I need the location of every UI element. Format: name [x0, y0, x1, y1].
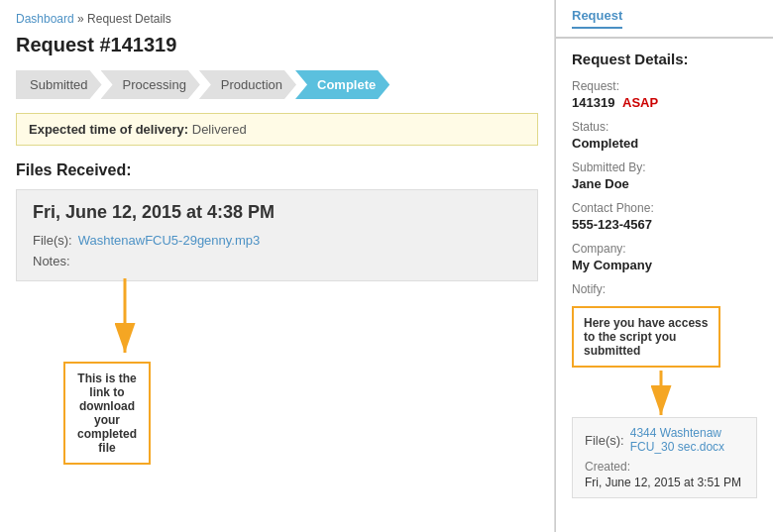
detail-phone-label: Contact Phone: [572, 201, 757, 215]
sidebar: Request Request Details: Request: 141319… [555, 0, 773, 532]
sidebar-tab-bar: Request [556, 0, 773, 39]
detail-company: Company: My Company [572, 242, 757, 272]
progress-bar: Submitted Processing Production Complete [16, 70, 538, 99]
step-submitted: Submitted [16, 70, 102, 99]
sidebar-section-title: Request Details: [572, 51, 757, 67]
file-block: Fri, June 12, 2015 at 4:38 PM File(s): W… [16, 189, 538, 281]
request-number: 141319 [572, 95, 614, 110]
script-created-value: Fri, June 12, 2015 at 3:51 PM [585, 476, 744, 489]
callout-right-text: Here you have access to the script you s… [572, 306, 720, 368]
step-label-complete: Complete [295, 70, 389, 99]
file-download-link[interactable]: WashtenawFCU5-29genny.mp3 [78, 233, 261, 248]
step-label-production: Production [199, 70, 296, 99]
delivery-value: Delivered [192, 122, 247, 137]
step-label-processing: Processing [101, 70, 200, 99]
delivery-notice: Expected time of delivery: Delivered [16, 113, 538, 146]
detail-submitted-by-value: Jane Doe [572, 176, 757, 191]
file-date: Fri, June 12, 2015 at 4:38 PM [33, 202, 521, 223]
breadcrumb-separator: » [77, 12, 87, 26]
detail-notify-label: Notify: [572, 282, 757, 296]
detail-phone: Contact Phone: 555-123-4567 [572, 201, 757, 232]
page-wrapper: Dashboard » Request Details Request #141… [0, 0, 773, 532]
detail-submitted-by: Submitted By: Jane Doe [572, 160, 757, 191]
right-arrow-svg [631, 371, 711, 425]
detail-status: Status: Completed [572, 120, 757, 151]
callout-left-text: This is the link to download your comple… [63, 362, 151, 465]
step-processing: Processing [101, 70, 200, 99]
detail-status-label: Status: [572, 120, 757, 134]
detail-request-label: Request: [572, 79, 757, 93]
breadcrumb-current: Request Details [87, 12, 171, 26]
script-file-block: File(s): 4344 Washtenaw FCU_30 sec.docx … [572, 417, 757, 498]
step-production: Production [199, 70, 296, 99]
detail-submitted-by-label: Submitted By: [572, 160, 757, 174]
breadcrumb: Dashboard » Request Details [16, 12, 538, 26]
request-priority: ASAP [622, 95, 658, 110]
script-file-download-link[interactable]: 4344 Washtenaw FCU_30 sec.docx [630, 426, 744, 454]
detail-company-value: My Company [572, 258, 757, 272]
delivery-label: Expected time of delivery: [29, 122, 188, 137]
files-received-header: Files Received: [16, 161, 538, 179]
detail-company-label: Company: [572, 242, 757, 256]
step-complete: Complete [295, 70, 389, 99]
step-label-submitted: Submitted [16, 70, 102, 99]
right-callout-area: Here you have access to the script you s… [572, 306, 757, 368]
script-created-label: Created: [585, 460, 744, 474]
notes-row: Notes: [33, 254, 521, 268]
tab-request[interactable]: Request [572, 8, 622, 29]
detail-status-value: Completed [572, 136, 757, 151]
detail-notify: Notify: [572, 282, 757, 296]
breadcrumb-dashboard-link[interactable]: Dashboard [16, 12, 74, 26]
sidebar-body: Request Details: Request: 141319 ASAP St… [556, 39, 773, 532]
file-row: File(s): WashtenawFCU5-29genny.mp3 [33, 233, 521, 248]
detail-request: Request: 141319 ASAP [572, 79, 757, 110]
script-file-row: File(s): 4344 Washtenaw FCU_30 sec.docx [585, 426, 744, 454]
file-label: File(s): [33, 233, 72, 248]
main-content: Dashboard » Request Details Request #141… [0, 0, 555, 532]
detail-request-number: 141319 ASAP [572, 95, 757, 110]
file-block-wrapper: Fri, June 12, 2015 at 4:38 PM File(s): W… [16, 189, 538, 410]
detail-phone-value: 555-123-4567 [572, 217, 757, 232]
notes-label: Notes: [33, 254, 70, 268]
page-title: Request #141319 [16, 34, 538, 56]
script-file-label: File(s): [585, 433, 624, 448]
